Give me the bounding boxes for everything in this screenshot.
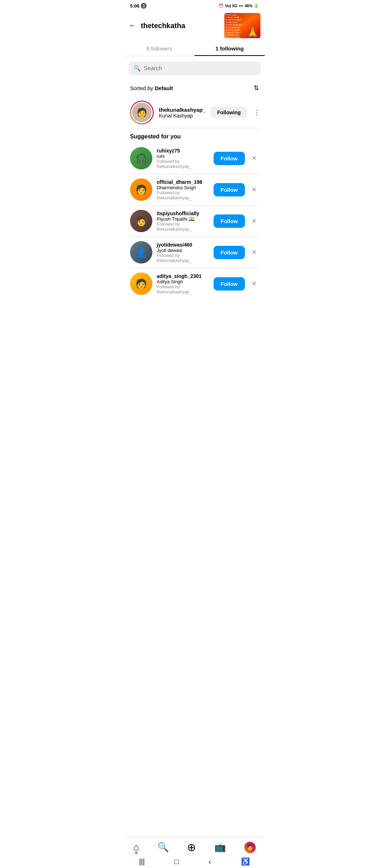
dismiss-button-4[interactable]: ✕: [249, 278, 259, 289]
sugg-info-1: official_dharm_198 Dharmendra Singh Foll…: [157, 179, 209, 200]
sugg-info-3: jyotidewasi460 Jyoti dewasi Followed by …: [157, 242, 209, 263]
sugg-name-1: Dharmendra Singh: [157, 185, 209, 190]
dismiss-button-2[interactable]: ✕: [249, 216, 259, 226]
sugg-handle-0: ruhixyz75: [157, 148, 209, 154]
notification-badge: 3: [141, 3, 147, 9]
header-left: ← thetechkatha: [129, 21, 185, 30]
sugg-name-0: ruhi: [157, 154, 209, 159]
avatar-emoji: 🧑: [137, 107, 147, 118]
search-input[interactable]: [144, 65, 255, 72]
suggested-user-row: 🧑 itspiyushofficially Piyush Tripathi 🇮🇳…: [124, 205, 265, 236]
follow-button-3[interactable]: Follow: [214, 246, 245, 259]
signal-icon: ▪▪▪: [239, 4, 243, 8]
user-avatar: 🧑: [131, 102, 153, 123]
sugg-avatar-2[interactable]: 🧑: [130, 210, 152, 232]
dismiss-button-1[interactable]: ✕: [249, 184, 259, 195]
status-right: ⏰ Vo) 5G ▪▪▪ 46% 🔋: [219, 4, 259, 8]
main-content: 🔍 Sorted by Default ⇅ 🧑 thekunalkashyap_…: [124, 61, 265, 342]
suggested-user-row: 🧑 aditya_singh_2301 Aditya Singh Followe…: [124, 268, 265, 299]
suggested-user-row: 🧑 official_dharm_198 Dharmendra Singh Fo…: [124, 174, 265, 205]
status-bar: 5:06 3 ⏰ Vo) 5G ▪▪▪ 46% 🔋: [124, 0, 265, 10]
sugg-avatar-emoji-2: 🧑: [135, 216, 147, 227]
battery-icon: 🔋: [254, 4, 259, 8]
suggested-users-list: 🎧 ruhixyz75 ruhi Followed by thekunalkas…: [124, 143, 265, 299]
sugg-avatar-0[interactable]: 🎧: [130, 147, 152, 169]
sugg-avatar-4[interactable]: 🧑: [130, 273, 152, 295]
follow-button-4[interactable]: Follow: [214, 277, 245, 291]
follow-button-1[interactable]: Follow: [214, 183, 245, 196]
sugg-avatar-1[interactable]: 🧑: [130, 178, 152, 201]
sort-label: Sorted by Default: [130, 85, 173, 91]
sugg-followed-by-2: Followed by thekunalkashyap_: [157, 222, 209, 232]
sugg-followed-by-3: Followed by thekunalkashyap_: [157, 253, 209, 263]
alarm-icon: ⏰: [219, 4, 224, 8]
deity-icon: 🙏: [246, 26, 259, 38]
tab-following[interactable]: 1 following: [194, 41, 265, 56]
sort-row: Sorted by Default ⇅: [124, 80, 265, 97]
following-user-row: 🧑 thekunalkashyap_ Kunal Kashyap Followi…: [124, 97, 265, 128]
sugg-info-2: itspiyushofficially Piyush Tripathi 🇮🇳 F…: [157, 211, 209, 232]
dismiss-button-3[interactable]: ✕: [249, 247, 259, 258]
header-thumbnail[interactable]: वैष्णो माता songs 01.लेके पूजा की थाली 0…: [224, 13, 260, 38]
sugg-name-3: Jyoti dewasi: [157, 248, 209, 253]
status-time: 5:06: [130, 3, 139, 9]
status-left: 5:06 3: [130, 3, 147, 9]
sugg-followed-by-4: Followed by thekunalkashyap_: [157, 284, 209, 294]
user-avatar-ring[interactable]: 🧑: [130, 101, 154, 124]
sugg-avatar-emoji-3: 👤: [135, 247, 147, 258]
sugg-info-0: ruhixyz75 ruhi Followed by thekunalkashy…: [157, 148, 209, 169]
sugg-info-4: aditya_singh_2301 Aditya Singh Followed …: [157, 273, 209, 294]
user-info: thekunalkashyap_ Kunal Kashyap: [159, 107, 206, 119]
sugg-followed-by-0: Followed by thekunalkashyap_: [157, 159, 209, 169]
sugg-avatar-emoji-0: 🎧: [135, 153, 147, 164]
sugg-name-4: Aditya Singh: [157, 279, 209, 284]
follow-button-2[interactable]: Follow: [214, 214, 245, 228]
sugg-handle-3: jyotidewasi460: [157, 242, 209, 248]
network-info: Vo) 5G: [225, 4, 238, 8]
search-icon: 🔍: [134, 65, 141, 72]
tabs: 8 followers 1 following: [124, 41, 265, 56]
search-bar[interactable]: 🔍: [129, 61, 260, 75]
sugg-followed-by-1: Followed by thekunalkashyap_: [157, 190, 209, 200]
sugg-avatar-emoji-4: 🧑: [135, 278, 147, 289]
follow-button-0[interactable]: Follow: [214, 152, 245, 165]
suggested-user-row: 👤 jyotidewasi460 Jyoti dewasi Followed b…: [124, 237, 265, 268]
sugg-handle-1: official_dharm_198: [157, 179, 209, 185]
user-handle: thekunalkashyap_: [159, 107, 206, 113]
sort-icon[interactable]: ⇅: [254, 84, 259, 92]
sugg-name-2: Piyush Tripathi 🇮🇳: [157, 216, 209, 222]
back-button[interactable]: ←: [129, 21, 137, 30]
page-title: thetechkatha: [141, 22, 185, 30]
sugg-handle-2: itspiyushofficially: [157, 211, 209, 216]
sugg-avatar-emoji-1: 🧑: [135, 184, 147, 195]
following-button[interactable]: Following: [211, 107, 247, 118]
suggested-user-row: 🎧 ruhixyz75 ruhi Followed by thekunalkas…: [124, 143, 265, 174]
battery-info: 46%: [245, 4, 252, 8]
user-name: Kunal Kashyap: [159, 113, 206, 119]
tab-followers[interactable]: 8 followers: [124, 41, 194, 56]
sugg-avatar-3[interactable]: 👤: [130, 241, 152, 264]
suggested-section-title: Suggested for you: [124, 128, 265, 143]
sugg-handle-4: aditya_singh_2301: [157, 273, 209, 279]
thumbnail-content: वैष्णो माता songs 01.लेके पूजा की थाली 0…: [224, 13, 260, 38]
dismiss-button-0[interactable]: ✕: [249, 153, 259, 164]
header: ← thetechkatha वैष्णो माता songs 01.लेके…: [124, 10, 265, 41]
more-options-icon[interactable]: ⋮: [254, 108, 260, 116]
